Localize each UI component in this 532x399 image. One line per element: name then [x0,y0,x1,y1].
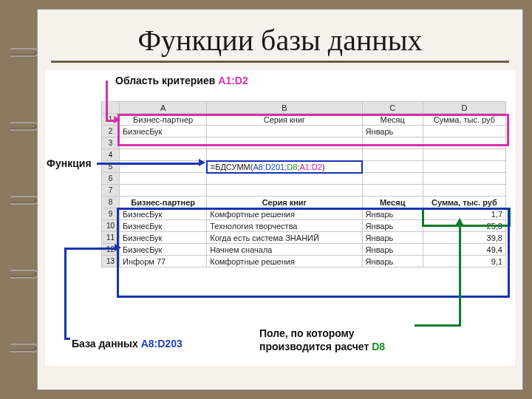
col-header: B [207,102,362,114]
table-row: 9БизнесБукКомфортные решенияЯнварь1,7 [102,208,506,220]
sheet-corner [102,102,120,114]
col-header: A [120,102,207,114]
database-label: База данных A8:D203 [72,338,183,349]
table-row: 12БизнесБукНачнем сначалаЯнварь49,4 [102,244,506,256]
slide-title: Функции базы данных [38,23,522,58]
db-header-row: 8 Бизнес-партнер Серия книг Месяц Сумма,… [102,197,506,208]
criteria-row-2: 2 БизнесБук Январь [102,126,506,137]
col-header: D [423,102,505,114]
spreadsheet: A B C D 1 Бизнес-партнер Серия книг Меся… [101,101,506,267]
table-row: 10БизнесБукТехнология творчестваЯнварь25… [102,220,506,232]
diagram-area: Область критериев A1:D2 Функция База дан… [45,70,515,366]
binder-ring-icon [10,120,40,131]
criteria-label: Область критериев A1:D2 [115,75,248,86]
binder-ring-icon [10,47,40,57]
table-row: 11БизнесБукКогда есть система ЗНАНИЙЯнва… [102,232,506,244]
field-header: Сумма, тыс. руб [423,197,505,208]
binder-ring-icon [10,194,40,205]
function-label: Функция [47,157,92,169]
col-header: C [362,102,423,114]
formula-cell: =БДСУММ(A8:D201;D8;A1:D2) [207,161,362,173]
criteria-row-1: 1 Бизнес-партнер Серия книг Месяц Сумма,… [102,114,506,126]
title-divider [51,61,509,63]
binder-ring-icon [10,268,40,279]
formula-row: 5 =БДСУММ(A8:D201;D8;A1:D2) [102,161,506,173]
field-label-line2: производится расчет D8 [259,341,385,352]
binder-ring-icon [10,342,40,352]
table-row: 13Информ 77Комфортные решенияЯнварь9,1 [102,256,506,267]
field-label-line1: Поле, по которому [259,327,355,339]
